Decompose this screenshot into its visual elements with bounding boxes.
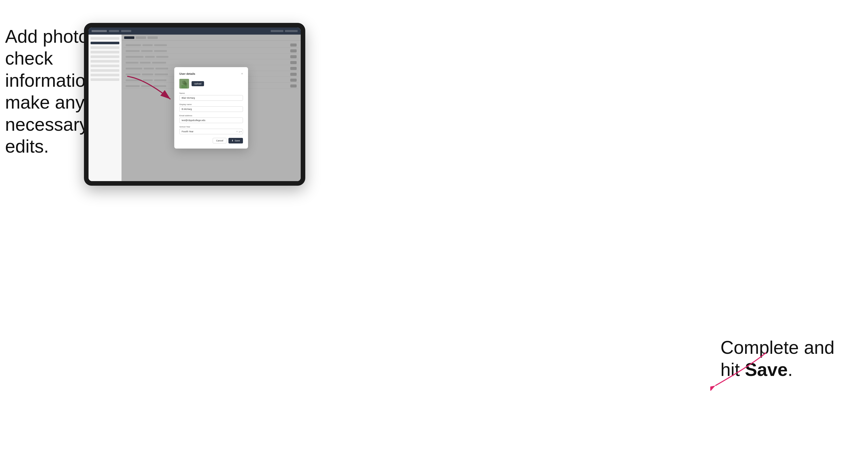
display-name-label: Display name <box>179 103 243 105</box>
modal-title: User details <box>179 72 195 75</box>
avatar-thumbnail <box>179 79 189 89</box>
app-nav-item <box>109 30 119 32</box>
user-details-modal: User details × <box>174 67 248 149</box>
sidebar-row-7 <box>91 65 119 67</box>
svg-point-3 <box>184 83 187 86</box>
tablet-screen: User details × <box>89 28 301 181</box>
school-year-controls: × ▲▼ <box>236 130 242 133</box>
save-label: Save <box>235 139 240 142</box>
email-field-group: Email address <box>179 115 243 123</box>
sidebar-row-6 <box>91 60 119 63</box>
app-nav-item-2 <box>121 30 131 32</box>
svg-rect-2 <box>181 85 187 89</box>
sidebar-row-5 <box>91 56 119 58</box>
app-logo <box>92 30 107 32</box>
cancel-button[interactable]: Cancel <box>213 138 226 144</box>
school-year-field-group: School Year × ▲▼ <box>179 126 243 134</box>
sidebar-row-1 <box>91 37 119 40</box>
modal-close-button[interactable]: × <box>241 72 243 75</box>
app-sidebar <box>89 35 122 181</box>
school-year-dropdown-arrow[interactable]: ▲▼ <box>238 131 242 132</box>
save-button[interactable]: ⬆ Save <box>228 138 243 144</box>
name-field-group: Name <box>179 92 243 101</box>
modal-photo-row: Upload <box>179 79 243 89</box>
modal-header: User details × <box>179 72 243 75</box>
sidebar-row-10 <box>91 79 119 81</box>
header-action-1 <box>271 30 283 32</box>
svg-point-4 <box>182 81 184 83</box>
sidebar-row-8 <box>91 69 119 72</box>
school-year-input[interactable] <box>179 129 243 134</box>
app-main: User details × <box>122 35 301 181</box>
school-year-wrapper: × ▲▼ <box>179 129 243 134</box>
modal-overlay: User details × <box>122 35 301 181</box>
display-name-input[interactable] <box>179 106 243 112</box>
app-body: User details × <box>89 35 301 181</box>
name-input[interactable] <box>179 95 243 101</box>
upload-button[interactable]: Upload <box>192 81 204 86</box>
tablet-device: User details × <box>84 23 305 186</box>
school-year-label: School Year <box>179 126 243 128</box>
app-header-right <box>271 30 298 32</box>
email-label: Email address <box>179 115 243 117</box>
display-name-field-group: Display name <box>179 103 243 112</box>
annotation-right: Complete and hit Save. <box>720 337 853 380</box>
email-input[interactable] <box>179 118 243 123</box>
header-action-2 <box>285 30 298 32</box>
sidebar-row-4 <box>91 51 119 54</box>
app-header <box>89 28 301 35</box>
sidebar-row-2 <box>91 42 119 44</box>
sidebar-row-3 <box>91 46 119 49</box>
save-icon: ⬆ <box>231 139 234 142</box>
sidebar-row-9 <box>91 74 119 76</box>
name-label: Name <box>179 92 243 94</box>
modal-footer: Cancel ⬆ Save <box>179 138 243 144</box>
clear-school-year-button[interactable]: × <box>236 130 238 133</box>
